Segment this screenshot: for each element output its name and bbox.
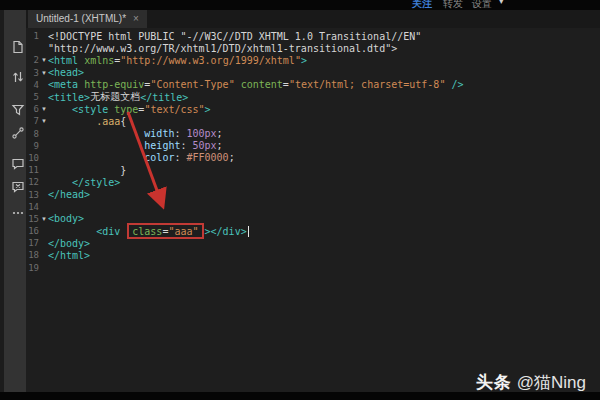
code-token: class (132, 226, 162, 237)
line-number: 5 (26, 92, 39, 102)
code-line[interactable]: 8 width: 100px; (26, 128, 600, 140)
code-token: 100px (186, 128, 216, 139)
code-line[interactable]: 14 (26, 201, 600, 213)
open-document-icon[interactable] (11, 40, 25, 54)
code-line[interactable]: 7▼ .aaa{ (26, 115, 600, 127)
line-number: 8 (26, 129, 39, 139)
code-line[interactable]: 3▼<head> (26, 67, 600, 79)
code-line[interactable]: 19 (26, 262, 600, 274)
code-token: height (144, 140, 180, 151)
highlight-box: class="aaa" (127, 223, 203, 239)
code-line[interactable]: 13</head> (26, 188, 600, 200)
topbar-follow-button[interactable]: 关注 (412, 0, 432, 10)
screenshot-root: 关注 转发 设置 ▾ Untitled-1 (XHTML)*× (0, 0, 600, 400)
left-toolbar (0, 10, 26, 400)
code-token (48, 116, 96, 127)
code-line[interactable]: 12 </style> (26, 176, 600, 188)
code-text: <html xmlns="http://www.w3.org/1999/xhtm… (48, 55, 307, 66)
line-number: 4 (26, 80, 39, 90)
code-token: <title> (48, 92, 90, 103)
code-token: <!DOCTYPE html PUBLIC "-//W3C//DTD XHTML… (48, 31, 421, 42)
code-lines: 1<!DOCTYPE html PUBLIC "-//W3C//DTD XHTM… (26, 30, 600, 274)
fold-arrow-icon[interactable]: ▼ (39, 57, 48, 63)
code-line[interactable]: 10 color: #FF0000; (26, 152, 600, 164)
code-line[interactable]: 5<title>无标题文档</title> (26, 91, 600, 103)
code-line[interactable]: 18</html> (26, 249, 600, 261)
code-token: <div (96, 226, 126, 237)
close-icon[interactable]: × (133, 13, 139, 24)
code-line[interactable]: 1<!DOCTYPE html PUBLIC "-//W3C//DTD XHTM… (26, 30, 600, 42)
code-token (48, 128, 144, 139)
code-token: "aaa" (168, 226, 198, 237)
document-tab[interactable]: Untitled-1 (XHTML)*× (28, 10, 147, 28)
code-navigator-icon[interactable] (11, 126, 25, 140)
topbar-menu-item-2[interactable]: 设置 (472, 0, 492, 10)
line-number: 16 (26, 226, 39, 236)
fold-arrow-icon[interactable]: ▼ (39, 216, 48, 222)
code-line[interactable]: 16 <div class="aaa"></div> (26, 225, 600, 237)
chevron-down-icon[interactable]: ▾ (499, 0, 504, 6)
code-token: xmlns (84, 55, 114, 66)
code-token: ; (217, 128, 223, 139)
apply-comment-icon[interactable] (11, 157, 25, 171)
code-token: ; (217, 140, 223, 151)
line-number: 10 (26, 153, 39, 163)
code-line[interactable]: 11 } (26, 164, 600, 176)
code-token: .aaa (96, 116, 120, 127)
fold-arrow-icon[interactable]: ▼ (39, 70, 48, 76)
code-token: <html (48, 55, 78, 66)
code-text: <meta http-equiv="Content-Type" content=… (48, 79, 463, 90)
code-token: : (174, 152, 186, 163)
code-token: > (301, 55, 307, 66)
code-line[interactable]: "http://www.w3.org/TR/xhtml1/DTD/xhtml1-… (26, 42, 600, 54)
code-token: <style (72, 104, 114, 115)
tab-bar: Untitled-1 (XHTML)*× (26, 10, 600, 28)
top-chrome-bar: 关注 转发 设置 ▾ (0, 0, 600, 10)
code-text: "http://www.w3.org/TR/xhtml1/DTD/xhtml1-… (48, 43, 397, 54)
code-token: "text/css" (144, 104, 204, 115)
code-token: #FF0000 (186, 152, 228, 163)
code-line[interactable]: 2▼<html xmlns="http://www.w3.org/1999/xh… (26, 54, 600, 66)
remove-comment-icon[interactable] (11, 180, 25, 194)
topbar-menu-item-1[interactable]: 转发 (443, 0, 463, 10)
code-editor[interactable]: 1<!DOCTYPE html PUBLIC "-//W3C//DTD XHTM… (26, 28, 600, 392)
code-token: } (48, 165, 126, 176)
code-token: : (180, 140, 192, 151)
code-token: <meta (48, 79, 84, 90)
code-line[interactable]: 6▼ <style type="text/css"> (26, 103, 600, 115)
watermark-handle: @猫Ning (517, 373, 586, 392)
line-number: 18 (26, 250, 39, 260)
line-number: 15 (26, 214, 39, 224)
code-text: .aaa{ (48, 116, 126, 127)
code-text: </html> (48, 250, 90, 261)
code-text: height: 50px; (48, 140, 223, 151)
code-token (48, 104, 72, 115)
code-text: width: 100px; (48, 128, 223, 139)
line-number: 3 (26, 68, 39, 78)
toolbar-options-icon[interactable] (11, 206, 25, 220)
live-view-icon[interactable] (11, 103, 25, 117)
code-token (48, 226, 96, 237)
file-management-icon[interactable] (11, 70, 25, 84)
line-number: 11 (26, 165, 39, 175)
code-token: { (120, 116, 126, 127)
code-token: type (114, 104, 138, 115)
code-token: "Content-Type" (150, 79, 234, 90)
code-token: "http://www.w3.org/TR/xhtml1/DTD/xhtml1-… (48, 43, 397, 54)
code-text: <!DOCTYPE html PUBLIC "-//W3C//DTD XHTML… (48, 31, 421, 42)
fold-arrow-icon[interactable]: ▼ (39, 106, 48, 112)
line-number: 14 (26, 202, 39, 212)
code-text: color: #FF0000; (48, 152, 235, 163)
code-token: http-equiv (84, 79, 144, 90)
code-token: </body> (48, 238, 90, 249)
code-token: /> (445, 79, 463, 90)
code-line[interactable]: 9 height: 50px; (26, 140, 600, 152)
tab-title: Untitled-1 (XHTML)* (36, 13, 126, 24)
code-text: </body> (48, 238, 90, 249)
code-token: </head> (48, 189, 90, 200)
line-number: 19 (26, 263, 39, 273)
fold-arrow-icon[interactable]: ▼ (39, 118, 48, 124)
code-token: width (144, 128, 174, 139)
code-token (48, 177, 72, 188)
text-cursor (248, 226, 250, 237)
